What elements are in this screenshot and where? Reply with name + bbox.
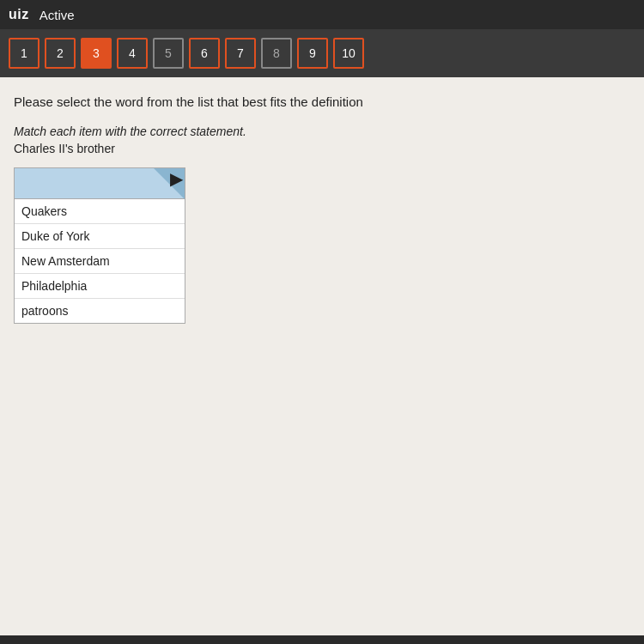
question-nav: 12345678910	[0, 29, 644, 77]
main-content: Please select the word from the list tha…	[0, 77, 644, 635]
dropdown-option[interactable]: patroons	[15, 299, 185, 323]
nav-btn-10[interactable]: 10	[333, 38, 364, 69]
dropdown-option[interactable]: Duke of York	[15, 224, 185, 249]
nav-btn-3[interactable]: 3	[81, 38, 112, 69]
cursor-icon: ▶	[170, 170, 183, 187]
dropdown-header[interactable]: ▶ QuakersDuke of YorkNew AmsterdamPhilad…	[14, 167, 185, 324]
nav-btn-1[interactable]: 1	[9, 38, 39, 69]
dropdown-selected-area[interactable]: ▶	[15, 168, 185, 199]
question-instruction: Please select the word from the list tha…	[14, 94, 630, 109]
match-subject: Charles II's brother	[14, 142, 630, 155]
dropdown-container[interactable]: ▶ QuakersDuke of YorkNew AmsterdamPhilad…	[14, 167, 185, 324]
nav-btn-8[interactable]: 8	[261, 38, 292, 69]
nav-btn-9[interactable]: 9	[297, 38, 328, 69]
dropdown-arrow-decoration	[154, 168, 185, 199]
nav-btn-6[interactable]: 6	[189, 38, 220, 69]
header-bar: uiz Active	[0, 0, 644, 29]
nav-btn-4[interactable]: 4	[117, 38, 148, 69]
match-instruction: Match each item with the correct stateme…	[14, 125, 630, 138]
dropdown-options-list: QuakersDuke of YorkNew AmsterdamPhiladel…	[15, 199, 185, 323]
nav-btn-5[interactable]: 5	[153, 38, 184, 69]
dropdown-option[interactable]: Quakers	[15, 199, 185, 224]
header-title: uiz	[9, 7, 29, 22]
dropdown-option[interactable]: Philadelphia	[15, 274, 185, 299]
header-status: Active	[39, 8, 75, 22]
nav-btn-2[interactable]: 2	[45, 38, 76, 69]
nav-btn-7[interactable]: 7	[225, 38, 256, 69]
dropdown-option[interactable]: New Amsterdam	[15, 249, 185, 274]
